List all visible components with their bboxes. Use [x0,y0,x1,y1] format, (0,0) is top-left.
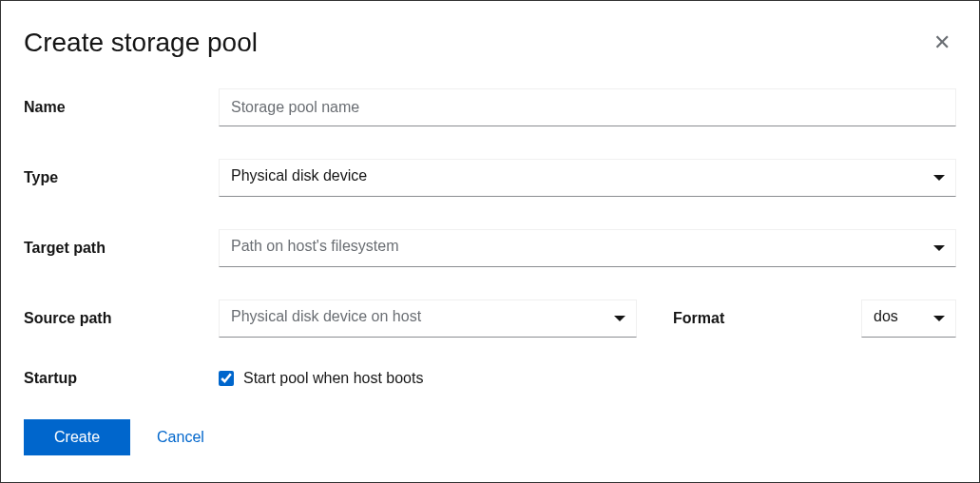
startup-control: Start pool when host boots [219,370,956,387]
create-button[interactable]: Create [24,419,130,455]
source-path-row: Source path Physical disk device on host… [24,299,956,338]
create-storage-pool-modal: Create storage pool ✕ Name Type Physical… [0,0,980,483]
startup-checkbox-wrap: Start pool when host boots [219,370,423,387]
target-path-label: Target path [24,240,219,257]
modal-footer: Create Cancel [24,419,956,455]
target-path-select-wrap: Path on host's filesystem [219,229,956,267]
target-path-row: Target path Path on host's filesystem [24,229,956,267]
type-control: Physical disk device [219,159,956,197]
modal-title: Create storage pool [24,28,258,58]
format-select[interactable]: dos [861,299,956,338]
type-row: Type Physical disk device [24,159,956,197]
type-select-wrap: Physical disk device [219,159,956,197]
target-path-select[interactable]: Path on host's filesystem [219,229,956,267]
name-label: Name [24,99,219,116]
startup-checkbox-label: Start pool when host boots [243,370,423,387]
source-path-label: Source path [24,310,219,327]
source-path-control: Physical disk device on host Format dos [219,299,956,338]
name-row: Name [24,88,956,126]
format-label: Format [673,310,724,327]
format-select-wrap: dos [861,299,956,338]
type-label: Type [24,169,219,186]
close-icon: ✕ [933,30,951,54]
startup-row: Startup Start pool when host boots [24,370,956,387]
type-select[interactable]: Physical disk device [219,159,956,197]
startup-checkbox[interactable] [219,371,234,386]
target-path-control: Path on host's filesystem [219,229,956,267]
source-path-select-wrap: Physical disk device on host [219,299,637,338]
close-button[interactable]: ✕ [928,30,956,55]
modal-header: Create storage pool ✕ [24,28,956,58]
source-path-select[interactable]: Physical disk device on host [219,299,637,338]
name-input[interactable] [219,88,956,126]
startup-label: Startup [24,370,219,387]
cancel-button[interactable]: Cancel [157,429,204,446]
name-control [219,88,956,126]
